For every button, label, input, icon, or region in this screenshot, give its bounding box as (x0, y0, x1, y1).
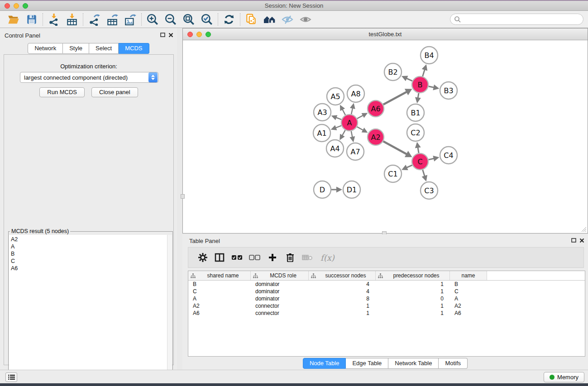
show-column-panel-button[interactable] (211, 248, 228, 267)
edge-B-B4[interactable] (423, 69, 425, 76)
deselect-all-button[interactable] (246, 248, 263, 267)
edge-A-A1[interactable] (335, 126, 341, 128)
edge-C-C4[interactable] (429, 158, 435, 160)
edge-C-C1[interactable] (406, 165, 412, 168)
mcds-result-scrollbar[interactable] (167, 235, 172, 384)
zoom-selected-button[interactable] (198, 12, 216, 27)
resize-grip-icon[interactable] (580, 226, 587, 232)
cell-shared-name[interactable]: A2 (188, 303, 251, 309)
export-network-button[interactable] (85, 12, 103, 27)
mcds-result-item[interactable]: A2 (11, 236, 172, 243)
network-graph[interactable]: B4B2BB3A8A5A6B1A3AC2A1A2A4A7C4CC1C3DD1 (183, 41, 588, 233)
edge-A6-B[interactable] (383, 91, 407, 105)
export-table-button[interactable] (103, 12, 121, 27)
edge-A-A2[interactable] (357, 127, 364, 130)
float-panel-icon[interactable] (571, 238, 576, 243)
cell-shared-name[interactable]: C (188, 288, 251, 295)
apply-layout-button[interactable] (220, 12, 238, 27)
function-builder-button[interactable]: f(x) (316, 253, 335, 262)
cell-shared-name[interactable]: A6 (188, 310, 251, 316)
import-network-button[interactable] (45, 12, 63, 27)
tab-select[interactable]: Select (89, 43, 119, 54)
mcds-result-list[interactable]: A2ABCA6 (9, 235, 172, 384)
tab-network-table[interactable]: Network Table (388, 358, 439, 369)
edge-A2-C[interactable] (383, 141, 407, 154)
cell-predecessor-nodes[interactable]: 1 (376, 310, 450, 316)
column-header-predecessor-nodes[interactable]: predecessor nodes (376, 271, 450, 280)
mcds-result-item[interactable]: A (11, 243, 172, 250)
optimization-criterion-select[interactable]: largest connected component (directed) (20, 72, 158, 83)
table-row[interactable]: A2connector11A2 (188, 302, 585, 310)
zoom-in-button[interactable] (143, 12, 162, 27)
task-history-button[interactable] (5, 372, 17, 382)
tab-motifs[interactable]: Motifs (439, 358, 468, 369)
cell-MCDS-role[interactable]: connector (251, 303, 309, 309)
cell-successor-nodes[interactable]: 4 (309, 288, 376, 295)
cell-successor-nodes[interactable]: 1 (309, 303, 376, 309)
table-settings-button[interactable] (195, 248, 211, 267)
cell-predecessor-nodes[interactable]: 1 (376, 281, 450, 287)
edge-A-A8[interactable] (351, 108, 353, 114)
copy-network-button[interactable] (242, 12, 260, 27)
cell-predecessor-nodes[interactable]: 1 (376, 288, 450, 295)
cell-predecessor-nodes[interactable]: 1 (376, 303, 450, 309)
column-header-shared-name[interactable]: shared name (188, 271, 251, 280)
cell-MCDS-role[interactable]: dominator (251, 281, 309, 287)
zoom-out-button[interactable] (162, 12, 180, 27)
edge-A-A7[interactable] (351, 131, 353, 138)
cell-predecessor-nodes[interactable]: 0 (376, 295, 450, 302)
mcds-result-item[interactable]: A6 (11, 265, 172, 272)
export-image-button[interactable] (121, 12, 139, 27)
cell-name[interactable]: B (450, 281, 487, 287)
open-session-button[interactable] (5, 12, 23, 27)
edge-C-C2[interactable] (418, 147, 419, 153)
tab-network[interactable]: Network (28, 43, 63, 54)
tab-style[interactable]: Style (63, 43, 89, 54)
add-column-button[interactable] (263, 248, 282, 267)
mcds-result-item[interactable]: B (11, 250, 172, 257)
left-edge-grip[interactable] (181, 194, 185, 199)
preview-button[interactable] (296, 12, 315, 27)
cell-shared-name[interactable]: A (188, 295, 251, 302)
mcds-result-item[interactable]: C (11, 257, 172, 265)
cell-MCDS-role[interactable]: dominator (251, 288, 309, 295)
cell-name[interactable]: A (450, 295, 487, 302)
table-row[interactable]: Cdominator41C (188, 288, 585, 295)
select-all-button[interactable] (228, 248, 246, 267)
edge-A-A5[interactable] (342, 109, 345, 115)
edge-A-A6[interactable] (357, 115, 363, 119)
close-panel-icon[interactable] (579, 238, 584, 243)
edge-A-A4[interactable] (342, 130, 345, 136)
table-row[interactable]: Adominator80A (188, 295, 585, 302)
network-window-titlebar[interactable]: testGlobe.txt (183, 29, 588, 40)
cell-successor-nodes[interactable]: 1 (309, 310, 376, 316)
memory-button[interactable]: Memory (544, 372, 584, 382)
table-row[interactable]: Bdominator41B (188, 281, 585, 288)
delete-table-button[interactable] (299, 248, 316, 267)
cell-MCDS-role[interactable]: dominator (251, 295, 309, 302)
edge-A-A3[interactable] (335, 117, 341, 119)
column-header-MCDS-role[interactable]: MCDS role (251, 271, 309, 280)
hide-preview-button[interactable] (278, 12, 296, 27)
column-header-successor-nodes[interactable]: successor nodes (309, 271, 376, 280)
tab-mcds[interactable]: MCDS (119, 43, 149, 54)
float-panel-icon[interactable] (160, 33, 165, 38)
zoom-fit-button[interactable] (180, 12, 198, 27)
delete-column-button[interactable] (282, 248, 299, 267)
cell-successor-nodes[interactable]: 8 (309, 295, 376, 302)
cell-name[interactable]: C (450, 288, 487, 295)
cell-successor-nodes[interactable]: 4 (309, 281, 376, 287)
search-input[interactable] (450, 14, 583, 25)
close-panel-icon[interactable] (168, 33, 173, 38)
table-row[interactable]: A6connector11A6 (188, 310, 585, 317)
cell-shared-name[interactable]: B (188, 281, 251, 287)
cell-name[interactable]: A6 (450, 310, 487, 316)
cell-name[interactable]: A2 (450, 303, 487, 309)
import-table-button[interactable] (63, 12, 81, 27)
node-table[interactable]: shared nameMCDS rolesuccessor nodesprede… (188, 271, 585, 357)
column-header-name[interactable]: name (450, 271, 487, 280)
run-mcds-button[interactable]: Run MCDS (39, 87, 85, 97)
save-session-button[interactable] (23, 12, 41, 27)
edge-C-C3[interactable] (423, 170, 425, 176)
close-panel-button[interactable]: Close panel (91, 87, 138, 97)
